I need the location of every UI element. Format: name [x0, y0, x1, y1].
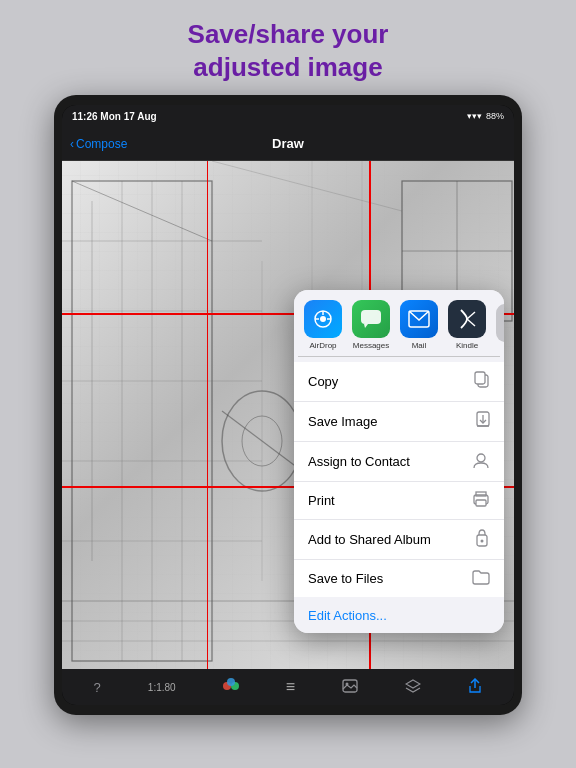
svg-marker-51: [406, 680, 420, 688]
share-app-mail[interactable]: Mail: [398, 300, 440, 350]
airdrop-label: AirDrop: [309, 341, 336, 350]
mail-label: Mail: [412, 341, 427, 350]
nav-bar: ‹ Compose Draw: [62, 127, 514, 161]
ratio-value: 1:1.80: [148, 682, 176, 693]
svg-rect-36: [475, 372, 485, 384]
save-image-icon: [476, 411, 490, 432]
toolbar-lines[interactable]: ≡: [286, 678, 295, 696]
share-apps-scroll: AirDrop Messages Mail: [302, 300, 496, 350]
assign-contact-label: Assign to Contact: [308, 454, 410, 469]
image-area: AirDrop Messages Mail: [62, 161, 514, 669]
action-print[interactable]: Print: [294, 482, 504, 520]
svg-marker-30: [364, 324, 368, 328]
action-assign-contact[interactable]: Assign to Contact: [294, 442, 504, 482]
kindle-icon: [448, 300, 486, 338]
share-app-airdrop[interactable]: AirDrop: [302, 300, 344, 350]
bottom-toolbar: ? 1:1.80 ≡: [62, 669, 514, 705]
colors-icon: [223, 678, 239, 697]
svg-point-40: [477, 454, 485, 462]
nav-title: Draw: [272, 136, 304, 151]
action-save-files[interactable]: Save to Files: [294, 560, 504, 597]
battery-indicator: 88%: [486, 111, 504, 121]
print-label: Print: [308, 493, 335, 508]
messages-icon: [352, 300, 390, 338]
toolbar-share[interactable]: [468, 678, 482, 697]
share-icon: [468, 678, 482, 697]
lines-icon: ≡: [286, 678, 295, 696]
kindle-label: Kindle: [456, 341, 478, 350]
svg-point-48: [227, 678, 235, 686]
share-sheet: AirDrop Messages Mail: [294, 290, 504, 634]
ipad-frame: 11:26 Mon 17 Aug ▾▾▾ 88% ‹ Compose Draw: [54, 95, 522, 715]
share-actions: Copy Save Image Assign to Contact: [294, 362, 504, 597]
action-save-image[interactable]: Save Image: [294, 402, 504, 442]
apps-divider: [298, 356, 500, 357]
assign-contact-icon: [472, 451, 490, 472]
shared-album-icon: [474, 529, 490, 550]
toolbar-layers[interactable]: [405, 679, 421, 696]
copy-label: Copy: [308, 374, 338, 389]
copy-icon: [474, 371, 490, 392]
toolbar-image[interactable]: [342, 679, 358, 696]
layers-icon: [405, 679, 421, 696]
svg-point-25: [320, 316, 326, 322]
help-icon: ?: [94, 680, 101, 695]
wifi-icon: ▾▾▾: [467, 111, 482, 121]
share-app-more[interactable]: [494, 304, 504, 345]
svg-point-45: [481, 540, 484, 543]
print-icon: [472, 491, 490, 510]
mail-icon: [400, 300, 438, 338]
chevron-left-icon: ‹: [70, 137, 74, 151]
action-copy[interactable]: Copy: [294, 362, 504, 402]
more-icon: [496, 304, 504, 342]
edit-actions[interactable]: Edit Actions...: [294, 597, 504, 633]
toolbar-help[interactable]: ?: [94, 680, 101, 695]
share-app-messages[interactable]: Messages: [350, 300, 392, 350]
status-right: ▾▾▾ 88%: [467, 111, 504, 121]
shared-album-label: Add to Shared Album: [308, 532, 431, 547]
edit-actions-label: Edit Actions...: [308, 608, 387, 623]
page-title: Save/share your adjusted image: [40, 18, 536, 83]
save-files-label: Save to Files: [308, 571, 383, 586]
save-files-icon: [472, 569, 490, 588]
ipad-screen: 11:26 Mon 17 Aug ▾▾▾ 88% ‹ Compose Draw: [62, 105, 514, 705]
page-header: Save/share your adjusted image: [0, 0, 576, 95]
back-button[interactable]: ‹ Compose: [70, 137, 127, 151]
svg-rect-42: [476, 500, 486, 506]
svg-rect-29: [361, 310, 381, 324]
toolbar-ratio[interactable]: 1:1.80: [148, 682, 176, 693]
image-icon: [342, 679, 358, 696]
svg-rect-43: [476, 492, 486, 496]
status-time: 11:26 Mon 17 Aug: [72, 111, 157, 122]
share-apps-row: AirDrop Messages Mail: [294, 290, 504, 356]
grid-line-vertical-1: [207, 161, 209, 669]
back-label: Compose: [76, 137, 127, 151]
status-bar: 11:26 Mon 17 Aug ▾▾▾ 88%: [62, 105, 514, 127]
toolbar-colors[interactable]: [223, 678, 239, 697]
share-app-kindle[interactable]: Kindle: [446, 300, 488, 350]
airdrop-icon: [304, 300, 342, 338]
action-shared-album[interactable]: Add to Shared Album: [294, 520, 504, 560]
messages-label: Messages: [353, 341, 389, 350]
save-image-label: Save Image: [308, 414, 377, 429]
